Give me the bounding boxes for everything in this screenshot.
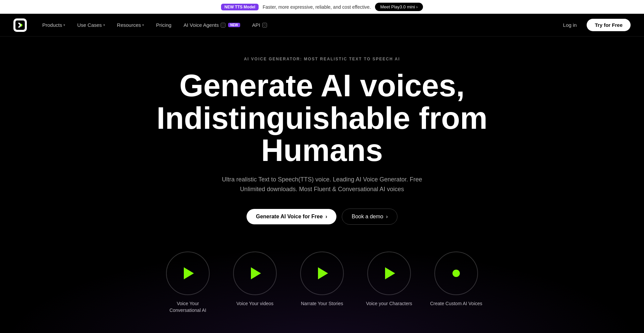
hero-title-line2: Indistinguishable from [157,101,487,135]
play-icon [184,267,194,279]
logo-svg [15,20,25,30]
external-link-icon: ⬡ [221,23,225,27]
use-case-play-button-characters[interactable] [367,252,411,295]
use-case-custom: Create Custom AI Voices [429,252,483,314]
navbar-left: Products ▾ Use Cases ▾ Resources ▾ Prici… [13,18,272,32]
logo[interactable] [13,18,27,32]
hero-title-line1: Generate AI voices, [179,68,465,103]
login-button[interactable]: Log in [558,19,582,31]
nav-item-api[interactable]: API ⬡ [248,19,272,31]
logo-icon [13,18,27,32]
nav-links: Products ▾ Use Cases ▾ Resources ▾ Prici… [38,19,272,31]
external-link-icon: ⬡ [262,23,267,27]
use-case-label-conversational: Voice Your Conversational AI [161,300,215,314]
book-demo-button[interactable]: Book a demo › [342,209,397,225]
nav-item-products[interactable]: Products ▾ [38,19,70,31]
main-content: AI VOICE GENERATOR: MOST REALISTIC TEXT … [0,37,644,333]
use-case-label-stories: Narrate Your Stories [301,300,343,307]
try-free-button[interactable]: Try for Free [587,19,631,31]
announcement-text: Faster, more expressive, reliable, and c… [263,4,371,10]
use-case-conversational: Voice Your Conversational AI [161,252,215,314]
navbar-right: Log in Try for Free [558,19,631,31]
use-case-label-custom: Create Custom AI Voices [430,300,482,307]
navbar: Products ▾ Use Cases ▾ Resources ▾ Prici… [0,14,644,37]
use-case-videos: Voice Your videos [228,252,282,314]
use-case-label-characters: Voice your Characters [366,300,412,307]
arrow-icon: › [386,214,388,220]
dot-icon [452,270,460,277]
hero-eyebrow: AI VOICE GENERATOR: MOST REALISTIC TEXT … [244,57,400,61]
play-icon [385,267,395,279]
announcement-badge: NEW TTS Model [221,4,259,10]
nav-item-use-cases[interactable]: Use Cases ▾ [72,19,109,31]
hero-section: AI VOICE GENERATOR: MOST REALISTIC TEXT … [0,37,644,333]
generate-voice-button[interactable]: Generate AI Voice for Free › [247,209,337,224]
nav-item-pricing[interactable]: Pricing [151,19,176,31]
chevron-down-icon: ▾ [142,23,144,27]
announcement-bar: NEW TTS Model Faster, more expressive, r… [0,0,644,14]
chevron-down-icon: ▾ [63,23,65,27]
announcement-cta-button[interactable]: Meet Play3.0 mini › [375,3,423,11]
use-case-dot-button-custom[interactable] [434,252,478,295]
hero-buttons: Generate AI Voice for Free › Book a demo… [247,209,397,225]
play-icon [318,267,328,279]
nav-item-ai-voice-agents[interactable]: AI Voice Agents ⬡ NEW [179,19,245,31]
use-case-label-videos: Voice Your videos [236,300,274,307]
use-case-characters: Voice your Characters [362,252,416,314]
play-icon [251,267,261,279]
use-case-play-button-videos[interactable] [233,252,277,295]
chevron-down-icon: ▾ [103,23,105,27]
nav-item-resources[interactable]: Resources ▾ [112,19,149,31]
use-case-play-button-stories[interactable] [300,252,344,295]
hero-title: Generate AI voices, Indistinguishable fr… [157,69,487,167]
hero-subtitle: Ultra realistic Text to Speech(TTS) voic… [221,175,423,194]
use-case-play-button-conversational[interactable] [166,252,210,295]
hero-title-line3: Humans [261,133,383,167]
use-cases-row: Voice Your Conversational AI Voice Your … [148,252,496,333]
use-case-stories: Narrate Your Stories [295,252,349,314]
arrow-icon: › [325,214,327,220]
